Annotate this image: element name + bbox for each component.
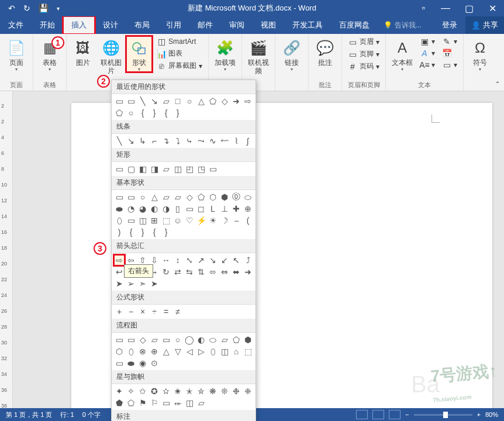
view-read-icon[interactable] xyxy=(356,410,368,419)
symbol-button[interactable]: Ω 符号 ▾ xyxy=(467,36,493,72)
shape-option[interactable]: ⬰ xyxy=(172,398,183,408)
shape-option[interactable]: ◐ xyxy=(196,334,206,345)
tab-mailings[interactable]: 邮件 xyxy=(189,16,221,34)
shape-option[interactable]: } xyxy=(137,227,148,237)
shape-option[interactable]: ↕ xyxy=(172,255,183,265)
shape-option[interactable]: ( xyxy=(243,215,253,226)
shape-option[interactable]: { xyxy=(126,227,136,237)
tab-insert[interactable]: 插入 xyxy=(63,16,95,34)
shape-option[interactable]: ⇄ xyxy=(172,267,183,277)
tab-layout[interactable]: 布局 xyxy=(126,16,158,34)
shape-option[interactable]: − xyxy=(126,306,136,317)
shape-option[interactable]: ≠ xyxy=(172,306,183,317)
shape-option[interactable]: △ xyxy=(149,192,160,202)
shape-option[interactable]: ◑ xyxy=(161,203,171,214)
shape-option[interactable]: ◐ xyxy=(149,203,160,214)
status-line[interactable]: 行: 1 xyxy=(60,410,74,419)
shape-option[interactable]: ▽ xyxy=(172,346,183,357)
shape-option[interactable]: ↻ xyxy=(161,267,171,277)
shape-option[interactable]: ✚ xyxy=(231,203,241,214)
shape-option[interactable]: ◕ xyxy=(137,203,148,214)
shape-option[interactable]: ◯ xyxy=(184,334,195,345)
shape-option[interactable]: ▱ xyxy=(219,334,230,345)
shape-option[interactable]: ⚡ xyxy=(196,215,206,226)
addins-button[interactable]: 🧩 加载项 ▾ xyxy=(212,36,238,72)
shape-option[interactable]: ▯ xyxy=(172,203,183,214)
shape-option[interactable]: ▭ xyxy=(114,164,125,174)
shape-option[interactable]: ⓪ xyxy=(231,192,241,202)
tell-me-search[interactable]: 💡 告诉我... xyxy=(384,16,422,34)
shape-option[interactable]: ✪ xyxy=(149,386,160,396)
shape-option[interactable]: ◔ xyxy=(126,203,136,214)
signature-button[interactable]: ✎▾ xyxy=(440,36,460,47)
shape-option[interactable]: ⬚ xyxy=(243,346,253,357)
shape-option[interactable]: ◇ xyxy=(219,96,230,106)
shape-option[interactable]: ◁ xyxy=(184,346,195,357)
tab-design[interactable]: 设计 xyxy=(95,16,126,34)
shape-option[interactable]: ➤ xyxy=(149,278,160,289)
shape-option[interactable]: ◫ xyxy=(172,164,183,174)
shape-option[interactable]: ▭ xyxy=(114,192,125,202)
shape-option[interactable]: ✮ xyxy=(196,386,206,396)
shape-option[interactable]: ↩ xyxy=(114,267,125,277)
shape-option[interactable]: ❈ xyxy=(243,386,253,396)
shape-option[interactable]: ↖ xyxy=(231,255,241,265)
shape-option[interactable]: ✭ xyxy=(184,386,195,396)
shape-option[interactable]: ▭ xyxy=(126,334,136,345)
shape-option[interactable]: { xyxy=(149,227,160,237)
close-button[interactable]: ✕ xyxy=(481,0,504,16)
shape-option[interactable]: } xyxy=(149,108,160,118)
zoom-slider[interactable] xyxy=(414,414,472,416)
shape-option[interactable]: ◫ xyxy=(184,398,195,408)
shape-option[interactable]: ☀ xyxy=(208,215,218,226)
shape-option[interactable]: = xyxy=(161,306,171,317)
shape-option[interactable]: } xyxy=(172,108,183,118)
collapse-ribbon-icon[interactable]: ⌃ xyxy=(495,80,500,88)
shape-option[interactable]: ▱ xyxy=(149,334,160,345)
shape-option[interactable]: ⬭ xyxy=(243,192,253,202)
tab-home[interactable]: 开始 xyxy=(32,16,63,34)
shape-option[interactable]: ❉ xyxy=(231,386,241,396)
minimize-button[interactable]: — xyxy=(434,0,457,16)
shape-option[interactable]: } xyxy=(161,227,171,237)
shape-option[interactable]: ⊕ xyxy=(243,203,253,214)
footer-button[interactable]: ▭页脚 ▾ xyxy=(346,49,382,60)
shape-option[interactable]: ↗ xyxy=(196,255,206,265)
pictures-button[interactable]: 🖼 图片 xyxy=(70,36,96,67)
tab-baidu[interactable]: 百度网盘 xyxy=(331,16,378,34)
shape-option[interactable]: ⬚ xyxy=(161,215,171,226)
shape-option[interactable]: ✫ xyxy=(161,386,171,396)
shape-option[interactable]: ÷ xyxy=(149,306,160,317)
shape-option[interactable]: ➣ xyxy=(137,278,148,289)
links-button[interactable]: 🔗 链接 ▾ xyxy=(279,36,305,72)
redo-icon[interactable]: ↻ xyxy=(23,4,30,13)
shape-option[interactable]: ⬳ xyxy=(219,136,230,146)
shape-option[interactable]: ⬠ xyxy=(126,398,136,408)
shape-option[interactable]: ◇ xyxy=(137,334,148,345)
zoom-level[interactable]: 80% xyxy=(485,411,498,418)
shape-option[interactable]: ⌢ xyxy=(231,215,241,226)
shape-option[interactable]: ⬬ xyxy=(114,203,125,214)
shape-option[interactable]: ◧ xyxy=(137,164,148,174)
shape-option[interactable]: ▭ xyxy=(208,164,218,174)
status-page[interactable]: 第 1 页，共 1 页 xyxy=(6,410,52,419)
shape-option[interactable]: ∿ xyxy=(208,136,218,146)
qat-more-icon[interactable]: ▾ xyxy=(57,5,60,12)
shape-option[interactable]: ⊗ xyxy=(137,346,148,357)
shape-option[interactable]: ▭ xyxy=(114,96,125,106)
shape-option[interactable]: ▱ xyxy=(172,192,183,202)
shape-option[interactable]: ⊥ xyxy=(219,203,230,214)
shape-option[interactable]: ☽ xyxy=(219,215,230,226)
status-words[interactable]: 0 个字 xyxy=(82,410,101,419)
shape-option[interactable]: ❊ xyxy=(219,386,230,396)
shape-option[interactable]: ↘ xyxy=(126,136,136,146)
shape-option[interactable]: ➢ xyxy=(126,278,136,289)
shape-option[interactable]: ↘ xyxy=(149,96,160,106)
shape-option[interactable]: { xyxy=(137,108,148,118)
view-print-icon[interactable] xyxy=(372,410,384,419)
shape-option[interactable]: ⤷ xyxy=(184,136,195,146)
shape-option[interactable]: □ xyxy=(172,96,183,106)
shape-right-arrow[interactable]: ⇨ xyxy=(114,255,125,265)
shape-option[interactable]: ○ xyxy=(137,192,148,202)
shape-option[interactable]: ✧ xyxy=(126,386,136,396)
